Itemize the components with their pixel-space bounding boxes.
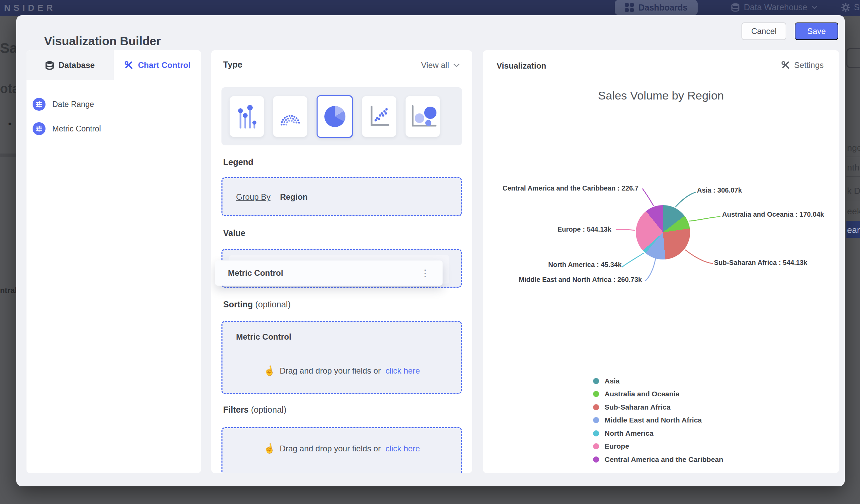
filters-drop-zone[interactable]: ☝ Drag and drop your fields or click her… <box>221 427 462 473</box>
top-navbar: NSIDER Dashboards Data Warehouse <box>0 0 860 16</box>
bg-fragment-left-1: Sal <box>0 40 16 56</box>
view-all-label: View all <box>421 60 449 70</box>
sidebar-item-date-range[interactable]: Date Range <box>33 98 94 111</box>
brand-logo: NSIDER <box>4 3 56 13</box>
optional-label: (optional) <box>251 405 286 414</box>
sidebar-item-metric-control[interactable]: Metric Control <box>33 122 101 135</box>
nav-settings-label: Se <box>854 2 860 12</box>
settings-button[interactable]: Settings <box>781 60 824 70</box>
bg-fragment-right-3: k D <box>847 186 860 196</box>
lollipop-chart-icon <box>237 103 257 130</box>
pie-label: Sub-Saharan Africa : 544.13k <box>714 259 807 267</box>
tab-database[interactable]: Database <box>27 50 114 80</box>
sidebar-item-label: Metric Control <box>52 124 101 133</box>
database-icon <box>731 3 740 12</box>
pie-chart[interactable] <box>636 205 690 259</box>
legend-item[interactable]: Australia and Oceania <box>593 390 680 398</box>
bg-fragment-left-2: ota <box>0 82 16 96</box>
nav-data-warehouse-label: Data Warehouse <box>744 2 807 12</box>
save-button[interactable]: Save <box>795 23 838 40</box>
legend-dot <box>593 391 599 397</box>
visualization-builder-modal: Visualization Builder Cancel Save Databa… <box>16 15 845 486</box>
type-section-title: Type <box>223 60 243 70</box>
pie-label: Asia : 306.07k <box>697 186 742 194</box>
pie-chart-icon <box>324 106 345 127</box>
drag-hand-icon: ☝ <box>262 442 276 455</box>
nav-data-warehouse[interactable]: Data Warehouse <box>731 2 818 12</box>
group-by-value: Region <box>280 192 307 202</box>
bubble-chart-icon <box>409 105 436 128</box>
legend-item[interactable]: Central America and the Caribbean <box>593 456 723 464</box>
bg-fragment-right-4: eek <box>847 206 860 217</box>
legend-section-title: Legend <box>223 157 253 167</box>
view-all-button[interactable]: View all <box>421 60 460 70</box>
value-field-card-dragging[interactable]: Metric Control ⋮ <box>215 260 443 286</box>
chart-type-pie[interactable] <box>317 95 353 138</box>
kebab-menu-icon[interactable]: ⋮ <box>420 269 430 278</box>
legend-label: Central America and the Caribbean <box>605 456 723 464</box>
tab-chart-control[interactable]: Chart Control <box>114 50 201 80</box>
legend-dot <box>593 404 599 410</box>
sorting-field-label: Metric Control <box>236 332 291 342</box>
chevron-down-icon <box>812 5 818 9</box>
drop-hint-text: Drag and drop your fields or <box>280 366 381 376</box>
legend-label: Asia <box>605 377 619 385</box>
chart-type-bubble[interactable] <box>405 96 440 137</box>
arc-chart-icon <box>279 107 302 126</box>
chevron-down-icon <box>453 63 460 67</box>
value-drop-zone[interactable]: Metric Control ⋮ Metric Control ⋮ <box>221 249 462 288</box>
legend-item[interactable]: Asia <box>593 377 619 385</box>
dashboards-grid-icon <box>625 3 634 12</box>
click-here-link[interactable]: click here <box>386 366 420 376</box>
visualization-panel: Visualization Settings Sales Volume by R… <box>483 50 839 473</box>
bg-fragment-right-1: nge <box>847 143 860 153</box>
cancel-button[interactable]: Cancel <box>742 23 786 40</box>
value-section-title: Value <box>223 228 245 238</box>
database-icon <box>45 61 54 70</box>
sources-panel: Database Chart Control <box>27 50 201 473</box>
screen: NSIDER Dashboards Data Warehouse <box>0 0 860 504</box>
legend-dot <box>593 430 599 436</box>
bg-divider-right <box>846 157 860 157</box>
drag-hand-icon: ☝ <box>262 364 276 377</box>
tools-icon <box>124 61 133 70</box>
legend-label: Middle East and North Africa <box>605 416 702 424</box>
chart-type-lollipop[interactable] <box>230 96 264 137</box>
filters-drop-hint: ☝ Drag and drop your fields or click her… <box>223 443 461 454</box>
tune-icon <box>33 98 45 111</box>
legend-label: Sub-Saharan Africa <box>605 403 671 411</box>
visualization-panel-title: Visualization <box>497 61 546 71</box>
gear-icon <box>841 3 850 12</box>
sorting-section-title: Sorting (optional) <box>223 300 291 309</box>
chart-type-scatter[interactable] <box>362 96 396 137</box>
legend-label: North America <box>605 429 654 437</box>
pie-label: Central America and the Caribbean : 226.… <box>502 184 639 192</box>
legend-drop-zone[interactable]: Group By Region <box>221 177 462 216</box>
filters-section-title: Filters (optional) <box>223 405 286 415</box>
nav-settings[interactable]: Se <box>841 2 860 12</box>
pie-label: Middle East and North Africa : 260.73k <box>519 276 642 284</box>
legend-item[interactable]: Europe <box>593 442 629 450</box>
drop-hint-text: Drag and drop your fields or <box>280 444 381 453</box>
bg-divider-right <box>846 200 860 200</box>
click-here-link[interactable]: click here <box>386 444 420 453</box>
modal-title: Visualization Builder <box>44 34 161 48</box>
chart-config-panel: Type View all <box>211 50 472 473</box>
chart-title: Sales Volume by Region <box>483 89 839 102</box>
settings-label: Settings <box>794 60 824 70</box>
chart-type-list <box>221 87 462 145</box>
pie-label: North America : 45.34k <box>548 261 621 269</box>
sorting-drop-zone[interactable]: Metric Control ☝ Drag and drop your fiel… <box>221 321 462 394</box>
bg-fragment-right-2: nth <box>847 162 860 173</box>
legend-item[interactable]: Middle East and North Africa <box>593 416 702 424</box>
legend-item[interactable]: North America <box>593 429 654 437</box>
bg-divider-left <box>0 154 16 157</box>
legend-label: Australia and Oceania <box>605 390 680 398</box>
nav-dashboards[interactable]: Dashboards <box>615 0 698 15</box>
legend-item[interactable]: Sub-Saharan Africa <box>593 403 671 411</box>
chart-type-arc[interactable] <box>273 96 307 137</box>
bg-bullet: • <box>8 118 12 130</box>
group-by-link[interactable]: Group By <box>236 192 270 202</box>
sidebar-item-label: Date Range <box>52 100 94 109</box>
optional-label: (optional) <box>255 300 290 309</box>
